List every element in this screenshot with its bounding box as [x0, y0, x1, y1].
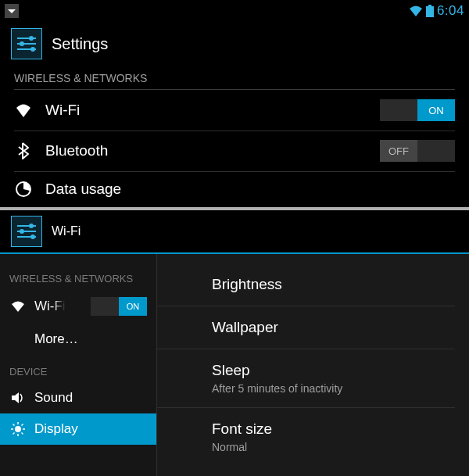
settings-detail-pane: Brightness Wallpaper Sleep After 5 minut… [156, 254, 469, 476]
display-item-brightness[interactable]: Brightness [157, 254, 455, 306]
svg-point-14 [30, 234, 35, 239]
toggle-state-label: ON [417, 99, 455, 121]
svg-rect-0 [428, 5, 431, 6]
two-pane-layout: WIRELESS & NETWORKS Wi-Fi ON More… DEVIC… [0, 254, 469, 476]
svg-point-5 [20, 41, 24, 46]
settings-app-icon[interactable] [11, 216, 42, 247]
section-device: DEVICE [0, 355, 156, 382]
svg-point-15 [15, 426, 21, 432]
settings-item-sublabel: Normal [212, 441, 455, 453]
status-bar: 6:04 [0, 0, 469, 22]
battery-icon [426, 5, 434, 17]
wifi-toggle[interactable]: ON [91, 297, 147, 316]
settings-item-label: Data usage [45, 181, 121, 198]
display-item-wallpaper[interactable]: Wallpaper [157, 306, 455, 349]
settings-left-pane: WIRELESS & NETWORKS Wi-Fi ON More… DEVIC… [0, 254, 156, 476]
settings-item-label: Bluetooth [45, 142, 108, 159]
wifi-status-icon [409, 5, 423, 16]
settings-item-data-usage[interactable]: Data usage [0, 171, 469, 207]
toggle-state-label: ON [119, 297, 147, 316]
toggle-state-label: OFF [380, 140, 417, 162]
settings-item-label: Wallpaper [212, 319, 455, 336]
sidebar-item-sound[interactable]: Sound [0, 382, 156, 413]
display-item-sleep[interactable]: Sleep After 5 minutes of inactivity [157, 349, 455, 408]
section-wireless-networks: WIRELESS & NETWORKS [0, 66, 469, 89]
bluetooth-icon [14, 142, 33, 159]
svg-line-23 [22, 424, 23, 426]
settings-item-sublabel: After 5 minutes of inactivity [212, 382, 455, 395]
page-title: Settings [52, 35, 108, 53]
svg-line-21 [22, 433, 23, 435]
sidebar-item-display[interactable]: Display [0, 413, 156, 445]
settings-item-label: Brightness [212, 276, 455, 293]
settings-app-icon[interactable] [11, 28, 42, 59]
wifi-toggle[interactable]: ON [380, 99, 455, 121]
display-item-font-size[interactable]: Font size Normal [157, 408, 455, 466]
sidebar-item-label: Wi-Fi [34, 299, 66, 314]
sidebar-item-wifi[interactable]: Wi-Fi ON [0, 289, 156, 324]
svg-rect-1 [426, 6, 434, 17]
data-usage-icon [14, 181, 33, 197]
settings-item-label: Sleep [212, 362, 455, 379]
settings-item-bluetooth[interactable]: Bluetooth OFF [0, 131, 469, 171]
status-clock: 6:04 [437, 3, 464, 19]
settings-item-wifi[interactable]: Wi-Fi ON [0, 90, 469, 131]
settings-action-bar: Settings [0, 22, 469, 66]
notification-icon [5, 4, 19, 18]
section-wireless-networks: WIRELESS & NETWORKS [0, 254, 156, 289]
svg-point-3 [29, 36, 34, 41]
sidebar-item-more[interactable]: More… [0, 324, 156, 355]
wifi-icon [14, 103, 33, 117]
wifi-detail-action-bar: Wi-Fi [0, 210, 469, 254]
wifi-icon [9, 301, 27, 312]
settings-item-label: Wi-Fi [45, 102, 80, 119]
svg-line-20 [13, 424, 15, 426]
sidebar-item-label: Display [34, 421, 78, 437]
svg-point-7 [30, 47, 35, 52]
svg-line-22 [13, 433, 15, 435]
svg-point-10 [29, 224, 34, 228]
svg-point-12 [20, 229, 24, 234]
settings-item-label: Font size [212, 421, 455, 438]
display-icon [9, 422, 27, 436]
sound-icon [9, 392, 27, 404]
page-title: Wi-Fi [52, 224, 81, 238]
sidebar-item-label: More… [34, 331, 78, 347]
bluetooth-toggle[interactable]: OFF [380, 140, 455, 162]
sidebar-item-label: Sound [34, 390, 73, 406]
